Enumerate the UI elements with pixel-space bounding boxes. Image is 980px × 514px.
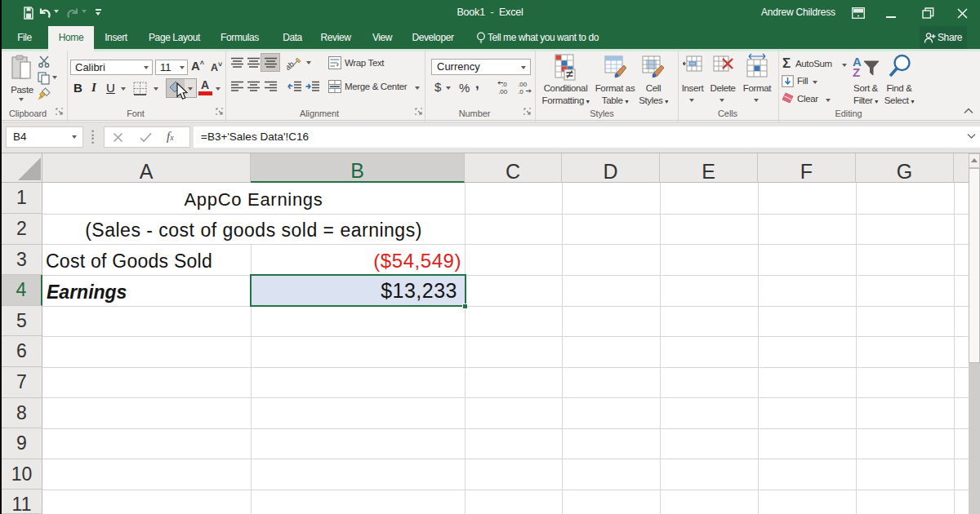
- svg-text:ab: ab: [287, 59, 296, 70]
- svg-text:.0: .0: [518, 88, 523, 95]
- svg-text:.00: .00: [498, 88, 508, 95]
- svg-text:.00: .00: [518, 81, 528, 88]
- svg-text:.0: .0: [501, 81, 507, 88]
- svg-text:Z: Z: [853, 65, 860, 77]
